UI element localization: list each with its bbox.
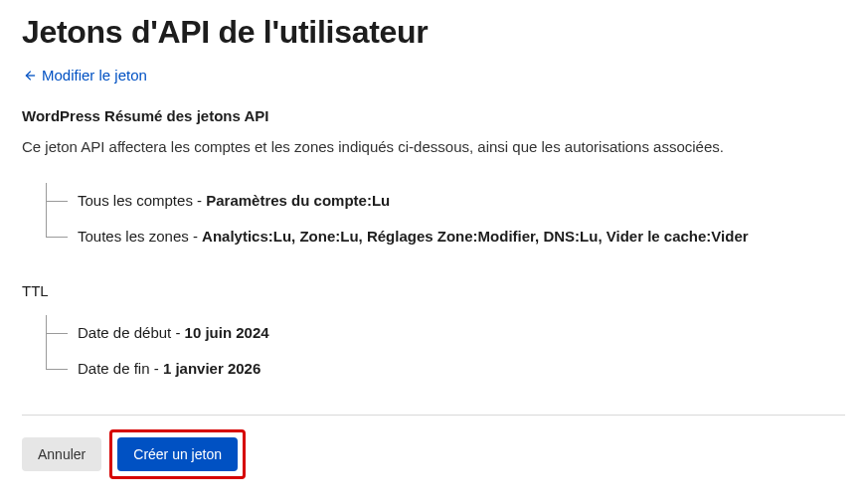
ttl-start: Date de début - 10 juin 2024 (46, 315, 845, 351)
button-row: Annuler Créer un jeton (22, 429, 845, 479)
permission-zones-prefix: Toutes les zones - (78, 228, 202, 245)
summary-heading: WordPress Résumé des jetons API (22, 107, 845, 124)
ttl-start-prefix: Date de début - (78, 324, 185, 341)
summary-description: Ce jeton API affectera les comptes et le… (22, 136, 845, 159)
divider (22, 415, 845, 416)
edit-token-label: Modifier le jeton (42, 67, 147, 84)
permission-accounts: Tous les comptes - Paramètres du compte:… (46, 183, 845, 219)
ttl-start-value: 10 juin 2024 (185, 324, 269, 341)
highlight-box: Créer un jeton (109, 429, 246, 479)
create-token-button[interactable]: Créer un jeton (117, 437, 238, 471)
page-title: Jetons d'API de l'utilisateur (22, 14, 845, 51)
arrow-left-icon (22, 69, 36, 83)
ttl-end-value: 1 janvier 2026 (163, 360, 260, 377)
edit-token-link[interactable]: Modifier le jeton (22, 67, 147, 84)
permission-accounts-value: Paramètres du compte:Lu (206, 192, 390, 209)
cancel-button[interactable]: Annuler (22, 437, 101, 471)
permission-zones: Toutes les zones - Analytics:Lu, Zone:Lu… (46, 219, 845, 254)
ttl-tree: Date de début - 10 juin 2024 Date de fin… (46, 315, 845, 387)
ttl-end: Date de fin - 1 janvier 2026 (46, 351, 845, 387)
permission-zones-value: Analytics:Lu, Zone:Lu, Réglages Zone:Mod… (202, 228, 749, 245)
permissions-tree: Tous les comptes - Paramètres du compte:… (46, 183, 845, 254)
ttl-end-prefix: Date de fin - (78, 360, 163, 377)
permission-accounts-prefix: Tous les comptes - (78, 192, 206, 209)
ttl-label: TTL (22, 282, 845, 299)
